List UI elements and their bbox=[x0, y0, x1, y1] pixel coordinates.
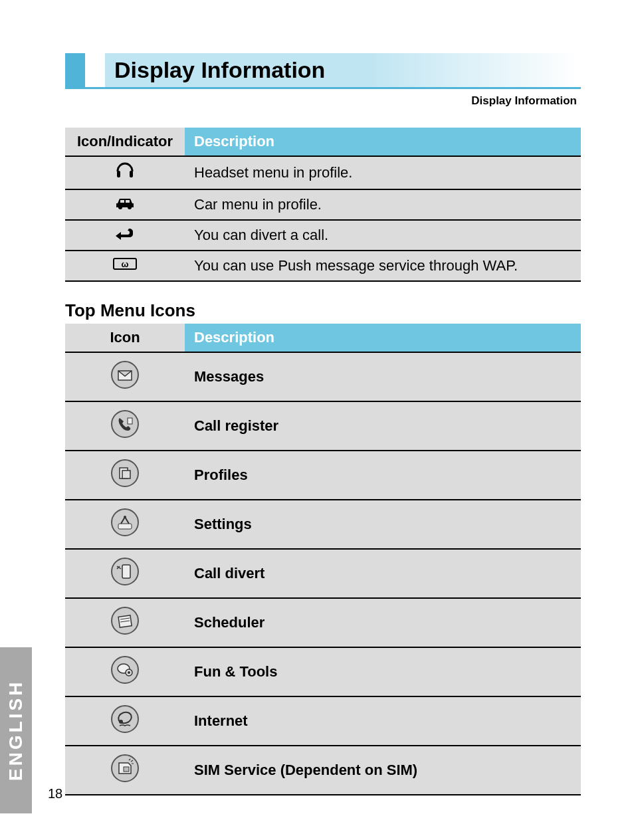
page-title: Display Information bbox=[105, 53, 581, 87]
svg-point-9 bbox=[112, 411, 138, 437]
menu-header-desc: Description bbox=[185, 324, 581, 352]
menu-header-icon: Icon bbox=[65, 324, 185, 352]
table-row: SIM Service (Dependent on SIM) bbox=[65, 746, 581, 795]
table-row: Fun & Tools bbox=[65, 647, 581, 696]
top-menu-table: Icon Description Messages Call r bbox=[65, 324, 581, 795]
indicator-table: Icon/Indicator Description Headset menu … bbox=[65, 128, 581, 282]
language-tab: ENGLISH bbox=[0, 647, 32, 813]
svg-rect-0 bbox=[117, 171, 120, 177]
svg-point-2 bbox=[118, 205, 122, 209]
scheduler-icon bbox=[110, 606, 140, 635]
svg-rect-16 bbox=[122, 565, 130, 578]
indicator-header-icon: Icon/Indicator bbox=[65, 128, 185, 156]
menu-desc: Profiles bbox=[185, 451, 581, 500]
svg-rect-29 bbox=[124, 767, 129, 772]
menu-desc: Messages bbox=[185, 352, 581, 401]
profiles-icon bbox=[110, 459, 140, 488]
top-menu-heading: Top Menu Icons bbox=[65, 300, 581, 321]
svg-point-3 bbox=[128, 205, 132, 209]
table-row: Scheduler bbox=[65, 598, 581, 647]
page-number: 18 bbox=[48, 786, 62, 801]
table-row: Headset menu in profile. bbox=[65, 156, 581, 189]
table-row: You can divert a call. bbox=[65, 220, 581, 251]
svg-point-24 bbox=[128, 671, 130, 674]
table-row: Call divert bbox=[65, 549, 581, 598]
svg-point-25 bbox=[112, 706, 138, 732]
table-row: Settings bbox=[65, 500, 581, 549]
call-divert-icon bbox=[110, 557, 140, 586]
menu-desc: Call divert bbox=[185, 549, 581, 598]
svg-point-8 bbox=[112, 362, 138, 388]
svg-rect-13 bbox=[118, 524, 132, 529]
page-title-bar: Display Information bbox=[65, 53, 581, 89]
indicator-desc: You can divert a call. bbox=[185, 220, 581, 251]
menu-desc: SIM Service (Dependent on SIM) bbox=[185, 746, 581, 795]
indicator-desc: You can use Push message service through… bbox=[185, 251, 581, 281]
svg-rect-1 bbox=[130, 171, 133, 177]
menu-desc: Fun & Tools bbox=[185, 647, 581, 696]
table-row: ω You can use Push message service throu… bbox=[65, 251, 581, 281]
menu-desc: Scheduler bbox=[185, 598, 581, 647]
menu-desc: Internet bbox=[185, 696, 581, 746]
messages-icon bbox=[110, 360, 140, 389]
svg-text:ω: ω bbox=[122, 259, 129, 269]
table-row: Internet bbox=[65, 696, 581, 746]
svg-rect-5 bbox=[126, 200, 130, 203]
indicator-header-desc: Description bbox=[185, 128, 581, 156]
car-icon bbox=[114, 195, 136, 210]
menu-desc: Settings bbox=[185, 500, 581, 549]
divert-icon bbox=[114, 226, 136, 241]
svg-rect-10 bbox=[128, 418, 132, 424]
fun-tools-icon bbox=[110, 655, 140, 684]
indicator-desc: Headset menu in profile. bbox=[185, 156, 581, 189]
svg-rect-4 bbox=[120, 200, 124, 203]
svg-point-12 bbox=[112, 509, 138, 536]
call-register-icon bbox=[110, 409, 140, 439]
indicator-desc: Car menu in profile. bbox=[185, 189, 581, 220]
svg-point-27 bbox=[119, 720, 123, 724]
table-row: Car menu in profile. bbox=[65, 189, 581, 220]
sim-service-icon bbox=[110, 754, 140, 783]
menu-desc: Call register bbox=[185, 401, 581, 451]
title-accent-block bbox=[65, 53, 85, 87]
headset-icon bbox=[115, 162, 135, 179]
table-row: Profiles bbox=[65, 451, 581, 500]
svg-point-14 bbox=[124, 516, 126, 518]
breadcrumb: Display Information bbox=[65, 94, 581, 108]
table-row: Messages bbox=[65, 352, 581, 401]
wap-push-icon: ω bbox=[112, 257, 138, 271]
settings-icon bbox=[110, 508, 140, 537]
table-row: Call register bbox=[65, 401, 581, 451]
internet-icon bbox=[110, 704, 140, 734]
